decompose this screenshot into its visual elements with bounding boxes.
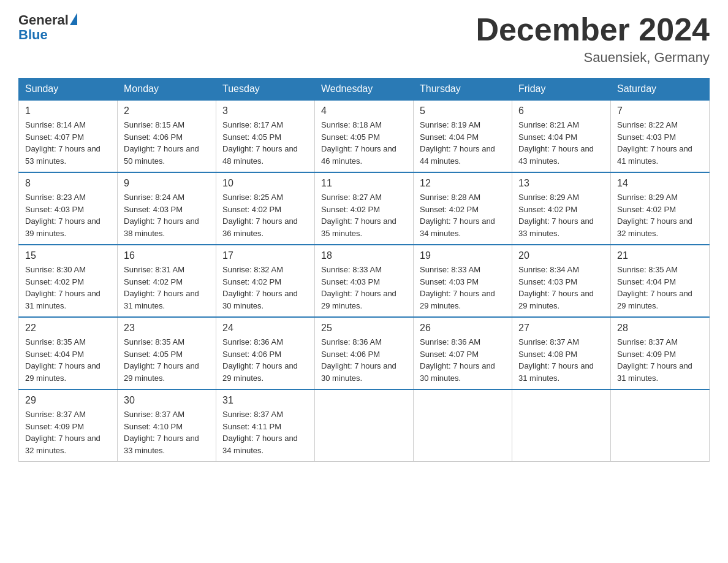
logo: General Blue: [18, 12, 77, 43]
day-info: Sunrise: 8:24 AMSunset: 4:03 PMDaylight:…: [124, 191, 210, 239]
day-info: Sunrise: 8:17 AMSunset: 4:05 PMDaylight:…: [222, 119, 308, 167]
day-info: Sunrise: 8:31 AMSunset: 4:02 PMDaylight:…: [124, 264, 210, 312]
day-cell-15: 15Sunrise: 8:30 AMSunset: 4:02 PMDayligh…: [19, 245, 118, 317]
day-cell-22: 22Sunrise: 8:35 AMSunset: 4:04 PMDayligh…: [19, 317, 118, 389]
day-info: Sunrise: 8:18 AMSunset: 4:05 PMDaylight:…: [321, 119, 407, 167]
day-cell-4: 4Sunrise: 8:18 AMSunset: 4:05 PMDaylight…: [315, 100, 414, 172]
column-header-sunday: Sunday: [19, 79, 118, 101]
day-info: Sunrise: 8:22 AMSunset: 4:03 PMDaylight:…: [617, 119, 703, 167]
day-info: Sunrise: 8:19 AMSunset: 4:04 PMDaylight:…: [420, 119, 506, 167]
day-info: Sunrise: 8:29 AMSunset: 4:02 PMDaylight:…: [518, 191, 604, 239]
day-info: Sunrise: 8:25 AMSunset: 4:02 PMDaylight:…: [222, 191, 308, 239]
day-number: 11: [321, 178, 407, 189]
day-number: 19: [420, 250, 506, 261]
logo-triangle-icon: [70, 13, 77, 25]
day-cell-27: 27Sunrise: 8:37 AMSunset: 4:08 PMDayligh…: [512, 317, 611, 389]
day-number: 18: [321, 250, 407, 261]
day-number: 27: [518, 323, 604, 334]
day-number: 14: [617, 178, 703, 189]
column-header-monday: Monday: [118, 79, 216, 101]
day-number: 20: [518, 250, 604, 261]
calendar-subtitle: Sauensiek, Germany: [476, 50, 710, 66]
day-info: Sunrise: 8:37 AMSunset: 4:09 PMDaylight:…: [617, 336, 703, 384]
day-info: Sunrise: 8:23 AMSunset: 4:03 PMDaylight:…: [25, 191, 111, 239]
day-number: 22: [25, 323, 111, 334]
day-info: Sunrise: 8:35 AMSunset: 4:04 PMDaylight:…: [25, 336, 111, 384]
day-number: 2: [124, 105, 210, 117]
day-info: Sunrise: 8:30 AMSunset: 4:02 PMDaylight:…: [25, 264, 111, 312]
day-info: Sunrise: 8:21 AMSunset: 4:04 PMDaylight:…: [518, 119, 604, 167]
day-number: 13: [518, 178, 604, 189]
day-cell-24: 24Sunrise: 8:36 AMSunset: 4:06 PMDayligh…: [216, 317, 315, 389]
day-cell-2: 2Sunrise: 8:15 AMSunset: 4:06 PMDaylight…: [118, 100, 216, 172]
day-cell-14: 14Sunrise: 8:29 AMSunset: 4:02 PMDayligh…: [611, 172, 710, 245]
empty-cell: [512, 389, 611, 462]
day-cell-10: 10Sunrise: 8:25 AMSunset: 4:02 PMDayligh…: [216, 172, 315, 245]
day-cell-21: 21Sunrise: 8:35 AMSunset: 4:04 PMDayligh…: [611, 245, 710, 317]
day-cell-18: 18Sunrise: 8:33 AMSunset: 4:03 PMDayligh…: [315, 245, 414, 317]
page-header: General Blue December 2024 Sauensiek, Ge…: [18, 12, 710, 66]
day-info: Sunrise: 8:37 AMSunset: 4:08 PMDaylight:…: [518, 336, 604, 384]
logo-blue-text: Blue: [18, 27, 48, 43]
day-cell-6: 6Sunrise: 8:21 AMSunset: 4:04 PMDaylight…: [512, 100, 611, 172]
day-info: Sunrise: 8:35 AMSunset: 4:04 PMDaylight:…: [617, 264, 703, 312]
empty-cell: [315, 389, 414, 462]
day-number: 12: [420, 178, 506, 189]
column-header-wednesday: Wednesday: [315, 79, 414, 101]
day-cell-31: 31Sunrise: 8:37 AMSunset: 4:11 PMDayligh…: [216, 389, 315, 462]
day-cell-25: 25Sunrise: 8:36 AMSunset: 4:06 PMDayligh…: [315, 317, 414, 389]
day-number: 10: [222, 178, 308, 189]
day-number: 21: [617, 250, 703, 261]
day-info: Sunrise: 8:36 AMSunset: 4:06 PMDaylight:…: [321, 336, 407, 384]
day-number: 16: [124, 250, 210, 261]
day-cell-26: 26Sunrise: 8:36 AMSunset: 4:07 PMDayligh…: [414, 317, 512, 389]
calendar-table: SundayMondayTuesdayWednesdayThursdayFrid…: [18, 78, 710, 462]
day-cell-3: 3Sunrise: 8:17 AMSunset: 4:05 PMDaylight…: [216, 100, 315, 172]
day-cell-5: 5Sunrise: 8:19 AMSunset: 4:04 PMDaylight…: [414, 100, 512, 172]
day-number: 4: [321, 105, 407, 117]
empty-cell: [414, 389, 512, 462]
day-cell-23: 23Sunrise: 8:35 AMSunset: 4:05 PMDayligh…: [118, 317, 216, 389]
day-cell-30: 30Sunrise: 8:37 AMSunset: 4:10 PMDayligh…: [118, 389, 216, 462]
column-header-friday: Friday: [512, 79, 611, 101]
day-info: Sunrise: 8:32 AMSunset: 4:02 PMDaylight:…: [222, 264, 308, 312]
day-info: Sunrise: 8:37 AMSunset: 4:09 PMDaylight:…: [25, 408, 111, 456]
calendar-title: December 2024: [476, 12, 710, 47]
day-number: 29: [25, 395, 111, 406]
day-info: Sunrise: 8:15 AMSunset: 4:06 PMDaylight:…: [124, 119, 210, 167]
day-info: Sunrise: 8:33 AMSunset: 4:03 PMDaylight:…: [420, 264, 506, 312]
day-cell-20: 20Sunrise: 8:34 AMSunset: 4:03 PMDayligh…: [512, 245, 611, 317]
week-row-5: 29Sunrise: 8:37 AMSunset: 4:09 PMDayligh…: [19, 389, 710, 462]
day-info: Sunrise: 8:27 AMSunset: 4:02 PMDaylight:…: [321, 191, 407, 239]
day-cell-13: 13Sunrise: 8:29 AMSunset: 4:02 PMDayligh…: [512, 172, 611, 245]
day-number: 30: [124, 395, 210, 406]
day-info: Sunrise: 8:36 AMSunset: 4:07 PMDaylight:…: [420, 336, 506, 384]
day-number: 8: [25, 178, 111, 189]
day-number: 28: [617, 323, 703, 334]
day-info: Sunrise: 8:33 AMSunset: 4:03 PMDaylight:…: [321, 264, 407, 312]
day-number: 25: [321, 323, 407, 334]
column-header-saturday: Saturday: [611, 79, 710, 101]
day-info: Sunrise: 8:36 AMSunset: 4:06 PMDaylight:…: [222, 336, 308, 384]
week-row-2: 8Sunrise: 8:23 AMSunset: 4:03 PMDaylight…: [19, 172, 710, 245]
day-number: 9: [124, 178, 210, 189]
day-cell-17: 17Sunrise: 8:32 AMSunset: 4:02 PMDayligh…: [216, 245, 315, 317]
day-number: 26: [420, 323, 506, 334]
empty-cell: [611, 389, 710, 462]
week-row-1: 1Sunrise: 8:14 AMSunset: 4:07 PMDaylight…: [19, 100, 710, 172]
day-cell-12: 12Sunrise: 8:28 AMSunset: 4:02 PMDayligh…: [414, 172, 512, 245]
calendar-header-row: SundayMondayTuesdayWednesdayThursdayFrid…: [19, 79, 710, 101]
day-number: 17: [222, 250, 308, 261]
title-block: December 2024 Sauensiek, Germany: [476, 12, 710, 66]
day-number: 24: [222, 323, 308, 334]
day-cell-1: 1Sunrise: 8:14 AMSunset: 4:07 PMDaylight…: [19, 100, 118, 172]
logo-general-text: General: [18, 12, 69, 28]
day-number: 6: [518, 105, 604, 117]
day-number: 5: [420, 105, 506, 117]
day-cell-8: 8Sunrise: 8:23 AMSunset: 4:03 PMDaylight…: [19, 172, 118, 245]
week-row-4: 22Sunrise: 8:35 AMSunset: 4:04 PMDayligh…: [19, 317, 710, 389]
column-header-tuesday: Tuesday: [216, 79, 315, 101]
day-cell-19: 19Sunrise: 8:33 AMSunset: 4:03 PMDayligh…: [414, 245, 512, 317]
day-number: 7: [617, 105, 703, 117]
day-cell-11: 11Sunrise: 8:27 AMSunset: 4:02 PMDayligh…: [315, 172, 414, 245]
